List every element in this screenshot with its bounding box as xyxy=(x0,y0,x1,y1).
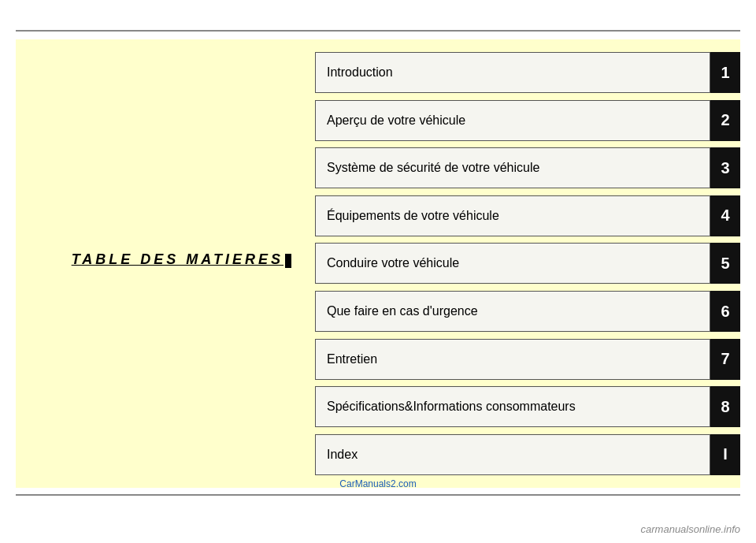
menu-label-1[interactable]: Introduction xyxy=(315,52,710,93)
menu-number-4: 4 xyxy=(710,195,740,236)
menu-label-2[interactable]: Aperçu de votre véhicule xyxy=(315,100,710,141)
menu-number-9: I xyxy=(710,434,740,475)
bottom-divider xyxy=(16,494,740,496)
menu-row: Spécifications&Informations consommateur… xyxy=(315,386,740,427)
footer-logo: carmanualsonline.info xyxy=(641,523,740,535)
menu-row: Équipements de votre véhicule4 xyxy=(315,195,740,236)
cursor-indicator xyxy=(285,254,291,268)
menu-number-6: 6 xyxy=(710,291,740,332)
left-panel: TABLE DES MATIERES xyxy=(16,39,307,488)
menu-row: Aperçu de votre véhicule2 xyxy=(315,100,740,141)
table-title-container: TABLE DES MATIERES xyxy=(72,251,291,268)
right-panel: Introduction1Aperçu de votre véhicule2Sy… xyxy=(307,39,740,488)
main-content: TABLE DES MATIERES Introduction1Aperçu d… xyxy=(16,39,740,488)
menu-row: Conduire votre véhicule5 xyxy=(315,243,740,284)
menu-label-4[interactable]: Équipements de votre véhicule xyxy=(315,195,710,236)
menu-row: Entretien7 xyxy=(315,339,740,380)
watermark: CarManuals2.com xyxy=(339,478,416,489)
menu-label-7[interactable]: Entretien xyxy=(315,339,710,380)
menu-number-8: 8 xyxy=(710,386,740,427)
menu-row: Que faire en cas d'urgence6 xyxy=(315,291,740,332)
menu-label-9[interactable]: Index xyxy=(315,434,710,475)
menu-number-2: 2 xyxy=(710,100,740,141)
menu-row: Introduction1 xyxy=(315,52,740,93)
menu-label-8[interactable]: Spécifications&Informations consommateur… xyxy=(315,386,710,427)
menu-number-1: 1 xyxy=(710,52,740,93)
menu-number-7: 7 xyxy=(710,339,740,380)
table-title: TABLE DES MATIERES xyxy=(72,251,284,267)
menu-row: Système de sécurité de votre véhicule3 xyxy=(315,147,740,188)
menu-number-3: 3 xyxy=(710,147,740,188)
menu-row: IndexI xyxy=(315,434,740,475)
menu-number-5: 5 xyxy=(710,243,740,284)
menu-label-6[interactable]: Que faire en cas d'urgence xyxy=(315,291,710,332)
menu-label-5[interactable]: Conduire votre véhicule xyxy=(315,243,710,284)
top-divider xyxy=(16,30,740,32)
menu-label-3[interactable]: Système de sécurité de votre véhicule xyxy=(315,147,710,188)
